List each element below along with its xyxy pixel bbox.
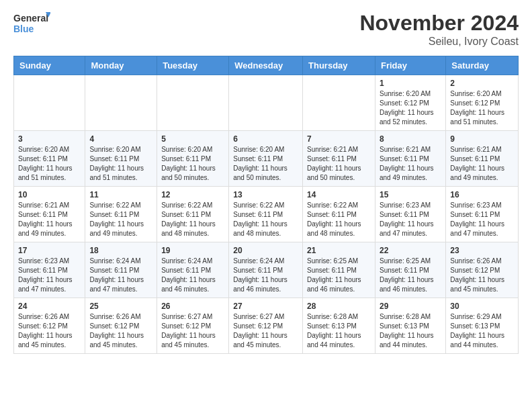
- day-number: 10: [18, 190, 81, 199]
- day-number: 3: [18, 134, 81, 144]
- day-info: Sunrise: 6:24 AM Sunset: 6:11 PM Dayligh…: [233, 257, 298, 294]
- day-info: Sunrise: 6:28 AM Sunset: 6:13 PM Dayligh…: [380, 312, 441, 350]
- day-number: 19: [161, 246, 224, 255]
- page-title: November 2024: [359, 11, 519, 36]
- day-number: 18: [89, 246, 152, 255]
- calendar-cell: 27Sunrise: 6:27 AM Sunset: 6:12 PM Dayli…: [229, 298, 303, 354]
- day-info: Sunrise: 6:24 AM Sunset: 6:11 PM Dayligh…: [89, 257, 152, 294]
- day-info: Sunrise: 6:20 AM Sunset: 6:12 PM Dayligh…: [380, 89, 441, 127]
- calendar-header-monday: Monday: [85, 56, 157, 75]
- day-number: 21: [307, 246, 371, 255]
- day-info: Sunrise: 6:27 AM Sunset: 6:12 PM Dayligh…: [161, 312, 224, 350]
- calendar-cell: 16Sunrise: 6:23 AM Sunset: 6:11 PM Dayli…: [446, 187, 519, 242]
- day-number: 22: [380, 246, 441, 255]
- day-number: 13: [233, 190, 298, 199]
- calendar-cell: 21Sunrise: 6:25 AM Sunset: 6:11 PM Dayli…: [303, 242, 375, 298]
- calendar-cell: 11Sunrise: 6:22 AM Sunset: 6:11 PM Dayli…: [85, 187, 157, 242]
- calendar-cell: 26Sunrise: 6:27 AM Sunset: 6:12 PM Dayli…: [157, 298, 229, 354]
- calendar-cell: 10Sunrise: 6:21 AM Sunset: 6:11 PM Dayli…: [14, 187, 85, 242]
- day-info: Sunrise: 6:29 AM Sunset: 6:13 PM Dayligh…: [450, 312, 514, 350]
- calendar-header-wednesday: Wednesday: [229, 56, 303, 75]
- calendar-week-row: 24Sunrise: 6:26 AM Sunset: 6:12 PM Dayli…: [14, 298, 519, 354]
- day-info: Sunrise: 6:20 AM Sunset: 6:11 PM Dayligh…: [161, 145, 224, 183]
- day-number: 12: [161, 190, 224, 199]
- calendar-cell: 12Sunrise: 6:22 AM Sunset: 6:11 PM Dayli…: [157, 187, 229, 242]
- calendar-header-row: SundayMondayTuesdayWednesdayThursdayFrid…: [14, 56, 519, 75]
- day-number: 5: [161, 134, 224, 144]
- calendar-cell: 18Sunrise: 6:24 AM Sunset: 6:11 PM Dayli…: [85, 242, 157, 298]
- calendar-cell: [85, 75, 157, 131]
- day-number: 17: [18, 246, 81, 255]
- calendar-cell: [303, 75, 375, 131]
- day-number: 29: [380, 302, 441, 311]
- calendar-cell: 14Sunrise: 6:22 AM Sunset: 6:11 PM Dayli…: [303, 187, 375, 242]
- day-info: Sunrise: 6:26 AM Sunset: 6:12 PM Dayligh…: [450, 257, 514, 294]
- svg-text:General: General: [13, 13, 48, 24]
- calendar-cell: 13Sunrise: 6:22 AM Sunset: 6:11 PM Dayli…: [229, 187, 303, 242]
- svg-text:Blue: Blue: [13, 24, 34, 34]
- day-info: Sunrise: 6:21 AM Sunset: 6:11 PM Dayligh…: [380, 145, 441, 183]
- day-number: 26: [161, 302, 224, 311]
- day-info: Sunrise: 6:21 AM Sunset: 6:11 PM Dayligh…: [307, 145, 371, 183]
- calendar-cell: 22Sunrise: 6:25 AM Sunset: 6:11 PM Dayli…: [375, 242, 445, 298]
- day-info: Sunrise: 6:28 AM Sunset: 6:13 PM Dayligh…: [307, 312, 371, 350]
- calendar-cell: 17Sunrise: 6:23 AM Sunset: 6:11 PM Dayli…: [14, 242, 85, 298]
- day-info: Sunrise: 6:20 AM Sunset: 6:11 PM Dayligh…: [89, 145, 152, 183]
- calendar-week-row: 17Sunrise: 6:23 AM Sunset: 6:11 PM Dayli…: [14, 242, 519, 298]
- calendar-cell: 19Sunrise: 6:24 AM Sunset: 6:11 PM Dayli…: [157, 242, 229, 298]
- day-number: 11: [89, 190, 152, 199]
- calendar-cell: 20Sunrise: 6:24 AM Sunset: 6:11 PM Dayli…: [229, 242, 303, 298]
- calendar-cell: [14, 75, 85, 131]
- day-info: Sunrise: 6:27 AM Sunset: 6:12 PM Dayligh…: [233, 312, 298, 350]
- day-number: 27: [233, 302, 298, 311]
- day-number: 23: [450, 246, 514, 255]
- day-number: 7: [307, 134, 371, 144]
- logo-svg: General Blue: [13, 11, 50, 36]
- day-info: Sunrise: 6:22 AM Sunset: 6:11 PM Dayligh…: [233, 201, 298, 238]
- calendar-week-row: 10Sunrise: 6:21 AM Sunset: 6:11 PM Dayli…: [14, 187, 519, 242]
- calendar-header-sunday: Sunday: [14, 56, 85, 75]
- calendar-cell: 24Sunrise: 6:26 AM Sunset: 6:12 PM Dayli…: [14, 298, 85, 354]
- day-info: Sunrise: 6:23 AM Sunset: 6:11 PM Dayligh…: [380, 201, 441, 238]
- day-info: Sunrise: 6:23 AM Sunset: 6:11 PM Dayligh…: [450, 201, 514, 238]
- day-number: 16: [450, 190, 514, 199]
- day-info: Sunrise: 6:20 AM Sunset: 6:11 PM Dayligh…: [18, 145, 81, 183]
- day-info: Sunrise: 6:26 AM Sunset: 6:12 PM Dayligh…: [89, 312, 152, 350]
- calendar-table: SundayMondayTuesdayWednesdayThursdayFrid…: [13, 56, 519, 354]
- calendar-cell: 8Sunrise: 6:21 AM Sunset: 6:11 PM Daylig…: [375, 131, 445, 187]
- logo: General Blue: [13, 11, 50, 36]
- calendar-cell: 9Sunrise: 6:21 AM Sunset: 6:11 PM Daylig…: [446, 131, 519, 187]
- day-info: Sunrise: 6:20 AM Sunset: 6:12 PM Dayligh…: [450, 89, 514, 127]
- day-number: 1: [380, 79, 441, 88]
- calendar-week-row: 1Sunrise: 6:20 AM Sunset: 6:12 PM Daylig…: [14, 75, 519, 131]
- day-number: 30: [450, 302, 514, 311]
- day-info: Sunrise: 6:22 AM Sunset: 6:11 PM Dayligh…: [161, 201, 224, 238]
- day-number: 24: [18, 302, 81, 311]
- day-number: 9: [450, 134, 514, 144]
- calendar-cell: 3Sunrise: 6:20 AM Sunset: 6:11 PM Daylig…: [14, 131, 85, 187]
- calendar-header-friday: Friday: [375, 56, 445, 75]
- calendar-cell: 15Sunrise: 6:23 AM Sunset: 6:11 PM Dayli…: [375, 187, 445, 242]
- calendar-header-tuesday: Tuesday: [157, 56, 229, 75]
- day-info: Sunrise: 6:23 AM Sunset: 6:11 PM Dayligh…: [18, 257, 81, 294]
- calendar-cell: 29Sunrise: 6:28 AM Sunset: 6:13 PM Dayli…: [375, 298, 445, 354]
- day-number: 25: [89, 302, 152, 311]
- day-info: Sunrise: 6:22 AM Sunset: 6:11 PM Dayligh…: [307, 201, 371, 238]
- calendar-cell: 4Sunrise: 6:20 AM Sunset: 6:11 PM Daylig…: [85, 131, 157, 187]
- calendar-header-saturday: Saturday: [446, 56, 519, 75]
- calendar-cell: [157, 75, 229, 131]
- calendar-week-row: 3Sunrise: 6:20 AM Sunset: 6:11 PM Daylig…: [14, 131, 519, 187]
- day-number: 15: [380, 190, 441, 199]
- day-number: 2: [450, 79, 514, 88]
- day-info: Sunrise: 6:25 AM Sunset: 6:11 PM Dayligh…: [307, 257, 371, 294]
- day-info: Sunrise: 6:20 AM Sunset: 6:11 PM Dayligh…: [233, 145, 298, 183]
- calendar-cell: 6Sunrise: 6:20 AM Sunset: 6:11 PM Daylig…: [229, 131, 303, 187]
- calendar-cell: 25Sunrise: 6:26 AM Sunset: 6:12 PM Dayli…: [85, 298, 157, 354]
- day-info: Sunrise: 6:22 AM Sunset: 6:11 PM Dayligh…: [89, 201, 152, 238]
- day-info: Sunrise: 6:26 AM Sunset: 6:12 PM Dayligh…: [18, 312, 81, 350]
- day-info: Sunrise: 6:21 AM Sunset: 6:11 PM Dayligh…: [450, 145, 514, 183]
- day-info: Sunrise: 6:21 AM Sunset: 6:11 PM Dayligh…: [18, 201, 81, 238]
- calendar-cell: 30Sunrise: 6:29 AM Sunset: 6:13 PM Dayli…: [446, 298, 519, 354]
- page-header: General Blue November 2024 Seileu, Ivory…: [13, 11, 519, 48]
- day-number: 6: [233, 134, 298, 144]
